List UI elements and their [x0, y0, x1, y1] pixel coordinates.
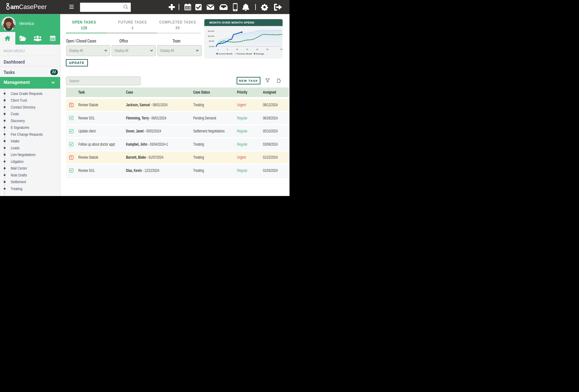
svg-text:$15,000: $15,000 [208, 30, 214, 32]
svg-text:25: 25 [266, 48, 268, 50]
svg-text:1: 1 [217, 48, 218, 50]
svg-text:15: 15 [246, 48, 248, 50]
svg-text:10: 10 [236, 48, 238, 50]
svg-text:$1,000: $1,000 [209, 46, 214, 48]
svg-text:30: 30 [280, 48, 283, 50]
svg-text:$10,000: $10,000 [208, 35, 214, 37]
svg-text:$5,000: $5,000 [209, 40, 214, 42]
svg-text:20: 20 [256, 48, 258, 50]
svg-text:Average: Average [256, 53, 264, 55]
svg-text:Previous Month: Previous Month [237, 53, 252, 55]
svg-text:5: 5 [227, 48, 228, 50]
svg-text:Current Month: Current Month [218, 53, 233, 55]
